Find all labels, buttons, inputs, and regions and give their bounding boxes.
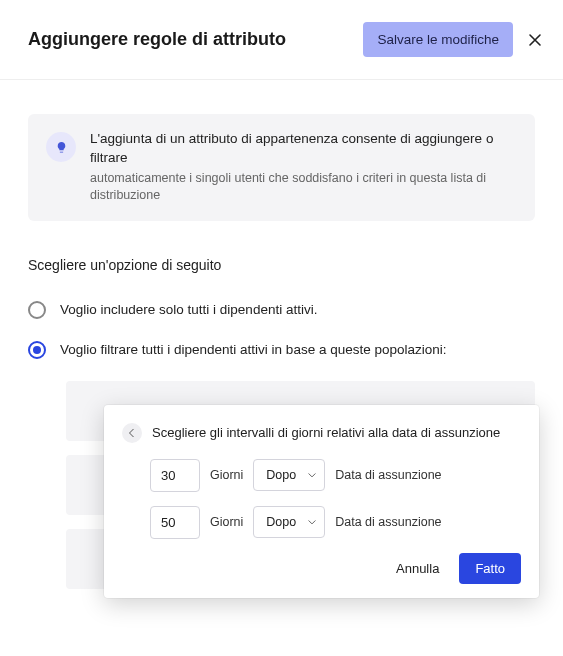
days-input[interactable] xyxy=(150,506,200,539)
choose-heading: Scegliere un'opzione di seguito xyxy=(28,257,535,273)
header: Aggiungere regole di attributo Salvare l… xyxy=(0,0,563,80)
radio-label: Voglio includere solo tutti i dipendenti… xyxy=(60,302,317,317)
content: L'aggiunta di un attributo di appartenen… xyxy=(0,80,563,589)
popup-footer: Annulla Fatto xyxy=(122,553,521,584)
header-actions: Salvare le modifiche xyxy=(363,22,543,57)
direction-select[interactable]: Dopo xyxy=(253,506,325,538)
popup-header: Scegliere gli intervalli di giorni relat… xyxy=(122,423,521,443)
interval-row: Giorni Dopo Data di assunzione xyxy=(150,506,521,539)
close-icon[interactable] xyxy=(527,32,543,48)
info-banner: L'aggiunta di un attributo di appartenen… xyxy=(28,114,535,221)
cancel-button[interactable]: Annulla xyxy=(388,553,447,584)
radio-group: Voglio includere solo tutti i dipendenti… xyxy=(28,301,535,359)
lightbulb-icon xyxy=(46,132,76,162)
popup-title: Scegliere gli intervalli di giorni relat… xyxy=(152,425,500,440)
save-button[interactable]: Salvare le modifiche xyxy=(363,22,513,57)
info-line1: L'aggiunta di un attributo di appartenen… xyxy=(90,130,517,168)
done-button[interactable]: Fatto xyxy=(459,553,521,584)
interval-row: Giorni Dopo Data di assunzione xyxy=(150,459,521,492)
info-text: L'aggiunta di un attributo di appartenen… xyxy=(90,130,517,205)
interval-popup: Scegliere gli intervalli di giorni relat… xyxy=(104,405,539,598)
days-unit: Giorni xyxy=(210,515,243,529)
radio-include-all[interactable]: Voglio includere solo tutti i dipendenti… xyxy=(28,301,535,319)
info-line2: automaticamente i singoli utenti che sod… xyxy=(90,170,517,205)
anchor-label: Data di assunzione xyxy=(335,468,441,482)
radio-icon xyxy=(28,301,46,319)
back-icon[interactable] xyxy=(122,423,142,443)
filter-area: Scegliere gli intervalli di giorni relat… xyxy=(66,381,535,589)
days-unit: Giorni xyxy=(210,468,243,482)
page-title: Aggiungere regole di attributo xyxy=(28,29,286,50)
radio-filter-populations[interactable]: Voglio filtrare tutti i dipendenti attiv… xyxy=(28,341,535,359)
radio-icon xyxy=(28,341,46,359)
direction-select[interactable]: Dopo xyxy=(253,459,325,491)
radio-label: Voglio filtrare tutti i dipendenti attiv… xyxy=(60,342,447,357)
anchor-label: Data di assunzione xyxy=(335,515,441,529)
direction-value: Dopo xyxy=(253,506,325,538)
days-input[interactable] xyxy=(150,459,200,492)
direction-value: Dopo xyxy=(253,459,325,491)
